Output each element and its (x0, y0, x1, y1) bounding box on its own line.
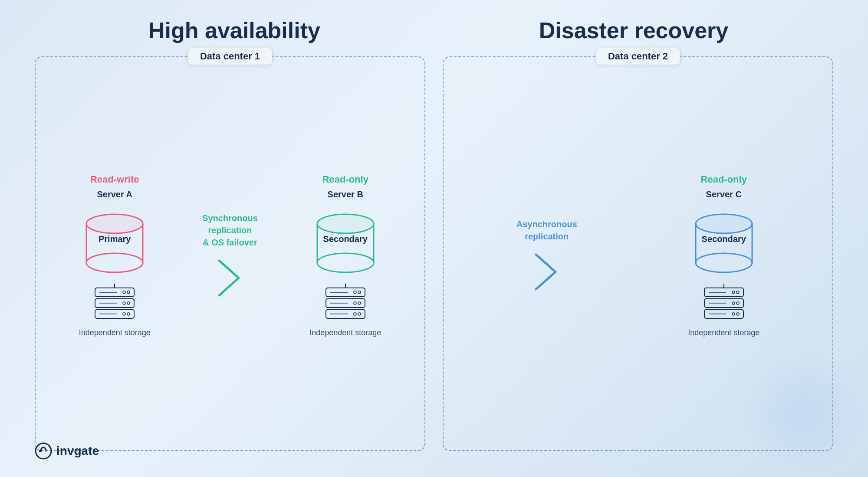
server-a-db: Primary (80, 206, 149, 280)
svg-point-26 (354, 291, 356, 294)
server-a-db-label: Primary (99, 234, 131, 244)
logo-text: invgate (56, 444, 99, 458)
headers-row: High availability Disaster recovery (35, 17, 833, 43)
svg-point-47 (736, 302, 739, 304)
server-b-storage: Independent storage (309, 284, 381, 338)
svg-point-25 (358, 291, 361, 294)
server-c-role: Read-only (701, 174, 747, 185)
server-b-block: Read-only Server B Secondary (309, 174, 381, 338)
server-c-db: Secondary (689, 206, 759, 280)
server-c-block: Read-only Server C Secondary (688, 174, 760, 338)
svg-point-12 (123, 302, 125, 304)
logo-icon (35, 442, 52, 460)
server-c-name: Server C (706, 189, 742, 199)
svg-point-29 (358, 302, 361, 304)
datacenter1-label: Data center 1 (187, 48, 273, 65)
svg-point-44 (732, 291, 735, 294)
svg-point-55 (39, 450, 42, 452)
svg-point-11 (127, 302, 130, 304)
dr-replication-label: Asynchronous replication (516, 218, 577, 242)
svg-point-54 (36, 443, 51, 459)
svg-point-7 (127, 291, 130, 294)
server-b-db-label: Secondary (323, 234, 368, 244)
server-b-role: Read-only (322, 174, 368, 185)
server-a-name: Server A (97, 189, 132, 199)
datacenter1-box: Data center 1 Read-write Server A (35, 56, 425, 451)
server-c-storage: Independent storage (688, 284, 760, 338)
server-a-block: Read-write Server A Primary (79, 174, 151, 338)
svg-point-33 (358, 313, 361, 315)
svg-point-48 (732, 302, 735, 304)
logo: invgate (35, 442, 99, 460)
svg-point-51 (736, 313, 739, 315)
svg-point-43 (736, 291, 739, 294)
svg-point-40 (696, 214, 752, 233)
server-b-db: Secondary (311, 206, 380, 280)
server-c-db-label: Secondary (702, 234, 746, 244)
svg-point-8 (123, 291, 125, 294)
server-b-name: Server B (328, 189, 363, 199)
ha-replication-block: Synchronous replication & OS failover (202, 212, 258, 300)
svg-point-52 (732, 313, 735, 315)
svg-point-4 (86, 214, 143, 233)
svg-point-15 (127, 313, 130, 315)
ha-replication-label: Synchronous replication & OS failover (202, 212, 258, 248)
dr-replication-block: Asynchronous replication (516, 218, 577, 294)
svg-point-19 (317, 253, 374, 272)
svg-point-30 (354, 302, 356, 304)
svg-point-22 (317, 214, 374, 233)
svg-point-1 (86, 253, 143, 272)
main-container: High availability Disaster recovery Data… (0, 0, 868, 477)
datacenter2-box: Data center 2 Asynchronous replication R… (443, 56, 833, 451)
title-dr: Disaster recovery (434, 17, 833, 43)
svg-point-34 (354, 313, 356, 315)
title-ha: High availability (35, 17, 434, 43)
datacenter2-label: Data center 2 (595, 48, 681, 65)
content-row: Data center 1 Read-write Server A (35, 56, 833, 451)
svg-point-16 (123, 313, 125, 315)
server-c-storage-label: Independent storage (688, 328, 760, 338)
server-a-role: Read-write (90, 174, 139, 185)
server-a-storage: Independent storage (79, 284, 151, 338)
server-b-storage-label: Independent storage (309, 328, 381, 338)
svg-point-37 (696, 253, 752, 272)
server-a-storage-label: Independent storage (79, 328, 151, 338)
